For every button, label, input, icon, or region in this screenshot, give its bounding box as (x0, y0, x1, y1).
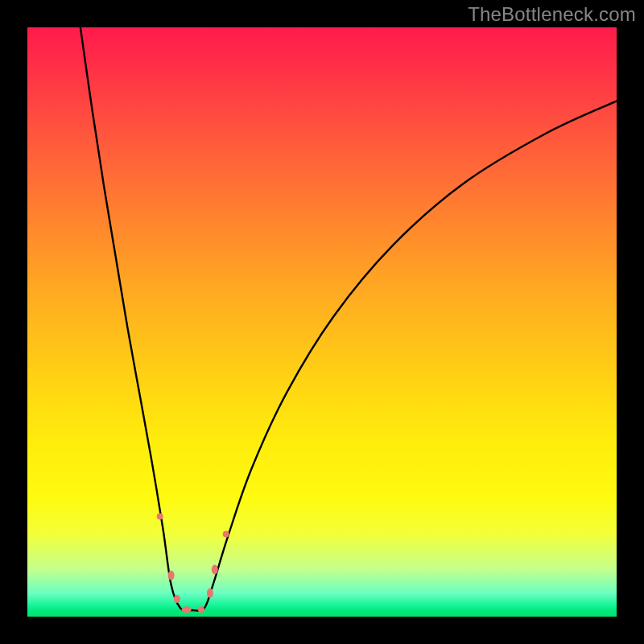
marker-left-mid (168, 571, 175, 580)
chart-svg (27, 27, 617, 617)
marker-right-upper (223, 531, 229, 538)
marker-left-lower (174, 595, 180, 603)
curve-group (80, 27, 617, 611)
bottleneck-curve (80, 27, 617, 611)
marker-floor-left (182, 606, 192, 613)
marker-right-lower (207, 588, 213, 598)
plot-area (27, 27, 617, 617)
marker-right-mid (212, 564, 218, 574)
marker-left-upper (157, 514, 163, 520)
chart-frame: TheBottleneck.com (0, 0, 644, 644)
watermark-text: TheBottleneck.com (468, 3, 636, 26)
marker-floor-right (198, 606, 204, 613)
